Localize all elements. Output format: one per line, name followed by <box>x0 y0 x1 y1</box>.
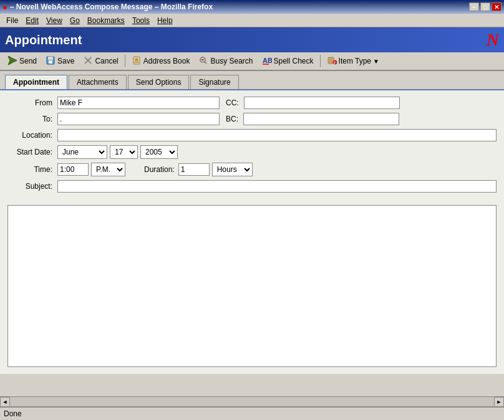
status-text: Done <box>4 409 22 418</box>
svg-marker-0 <box>8 56 17 65</box>
svg-text:i: i <box>334 60 335 65</box>
bc-input[interactable] <box>243 113 399 125</box>
app-title: Appointment <box>5 33 82 47</box>
cancel-button[interactable]: Cancel <box>79 54 122 69</box>
tab-attachments[interactable]: Attachments <box>69 75 127 89</box>
novell-logo: N <box>487 30 499 50</box>
menu-go[interactable]: Go <box>66 15 84 26</box>
item-type-dropdown-arrow: ▼ <box>373 58 379 65</box>
sep-2 <box>320 55 321 67</box>
address-book-icon <box>132 55 142 67</box>
item-type-label: Item Type <box>339 57 371 65</box>
svg-rect-2 <box>48 57 53 60</box>
duration-label: Duration: <box>144 165 175 174</box>
time-label: Time: <box>7 165 57 174</box>
sep-1 <box>125 55 125 67</box>
menu-tools[interactable]: Tools <box>128 15 153 26</box>
minimize-button[interactable]: – <box>469 2 479 11</box>
title-text: – Novell WebAccess Compose Message – Moz… <box>10 2 213 11</box>
spell-check-icon: ABC <box>262 55 272 67</box>
svg-point-7 <box>135 58 138 61</box>
busy-search-icon <box>198 55 208 67</box>
subject-row: Subject: <box>7 180 497 193</box>
save-icon <box>46 55 56 67</box>
busy-search-label: Busy Search <box>210 57 253 65</box>
to-input[interactable] <box>57 113 220 125</box>
time-row: Time: A.M.P.M. Duration: MinutesHoursDay… <box>7 163 497 176</box>
year-select[interactable]: 20032004200520062007 <box>140 145 178 159</box>
send-icon <box>7 55 17 67</box>
item-type-icon: i <box>327 55 337 67</box>
month-select[interactable]: JanuaryFebruaryMarch AprilMayJune JulyAu… <box>57 145 107 159</box>
svg-text:ABC: ABC <box>263 57 272 64</box>
spell-check-label: Spell Check <box>274 57 314 65</box>
menu-edit[interactable]: Edit <box>22 15 42 26</box>
close-button[interactable]: ✕ <box>492 2 502 11</box>
to-row: To: BC: <box>7 113 497 125</box>
from-label: From <box>7 98 57 107</box>
tab-bar: Appointment Attachments Send Options Sig… <box>0 71 504 90</box>
subject-label: Subject: <box>7 182 57 191</box>
message-body[interactable] <box>7 205 497 367</box>
tab-send-options[interactable]: Send Options <box>128 75 190 89</box>
svg-rect-3 <box>49 60 52 64</box>
status-bar: Done <box>0 406 504 420</box>
favicon: ● <box>2 2 7 12</box>
to-label: To: <box>7 115 57 123</box>
menu-view[interactable]: View <box>42 15 66 26</box>
scroll-track[interactable] <box>10 397 494 406</box>
start-date-label: Start Date: <box>7 148 57 156</box>
svg-line-10 <box>205 62 206 64</box>
window-controls[interactable]: – □ ✕ <box>469 2 502 11</box>
address-book-button[interactable]: Address Book <box>128 54 194 69</box>
time-input[interactable] <box>57 163 89 176</box>
spell-check-button[interactable]: ABC Spell Check <box>258 54 317 69</box>
address-book-label: Address Book <box>143 57 190 65</box>
bc-section: BC: <box>226 113 399 125</box>
subject-input[interactable] <box>57 180 497 193</box>
save-button[interactable]: Save <box>42 54 78 69</box>
item-type-button[interactable]: i Item Type ▼ <box>323 54 383 69</box>
scroll-right-arrow[interactable]: ► <box>494 397 504 407</box>
cc-input[interactable] <box>244 97 400 109</box>
horizontal-scrollbar[interactable]: ◄ ► <box>0 396 504 406</box>
menu-file[interactable]: File <box>2 15 22 26</box>
send-button[interactable]: Send <box>4 54 41 69</box>
toolbar: Send Save Cancel Address Book Busy Searc… <box>0 52 504 71</box>
from-input[interactable] <box>57 97 220 109</box>
location-label: Location: <box>7 131 57 140</box>
cancel-label: Cancel <box>95 57 118 65</box>
menu-bar: File Edit View Go Bookmarks Tools Help <box>0 14 504 27</box>
day-select[interactable]: 12345 678910 1112131415 1617181920 21222… <box>110 145 138 159</box>
busy-search-button[interactable]: Busy Search <box>195 54 256 69</box>
start-date-row: Start Date: JanuaryFebruaryMarch AprilMa… <box>7 145 497 159</box>
duration-input[interactable] <box>178 163 210 176</box>
scroll-left-arrow[interactable]: ◄ <box>0 397 10 407</box>
body-area <box>0 203 504 374</box>
cancel-icon <box>83 55 93 67</box>
menu-help[interactable]: Help <box>153 15 177 26</box>
location-row: Location: <box>7 129 497 141</box>
tab-appointment[interactable]: Appointment <box>5 75 67 89</box>
form-area: From CC: To: BC: Location: Start Date: J… <box>0 90 504 203</box>
location-input[interactable] <box>57 129 497 141</box>
from-row: From CC: <box>7 97 497 109</box>
bc-label: BC: <box>226 115 238 123</box>
app-header: Appointment N <box>0 27 504 52</box>
send-label: Send <box>19 57 37 65</box>
cc-section: CC: <box>226 97 400 109</box>
title-bar: ● – Novell WebAccess Compose Message – M… <box>0 0 504 14</box>
menu-bookmarks[interactable]: Bookmarks <box>84 15 128 26</box>
tab-signature[interactable]: Signature <box>190 75 238 89</box>
cc-label: CC: <box>226 98 239 107</box>
duration-unit-select[interactable]: MinutesHoursDays <box>212 163 253 176</box>
ampm-select[interactable]: A.M.P.M. <box>91 163 125 176</box>
save-label: Save <box>57 57 74 65</box>
maximize-button[interactable]: □ <box>480 2 490 11</box>
